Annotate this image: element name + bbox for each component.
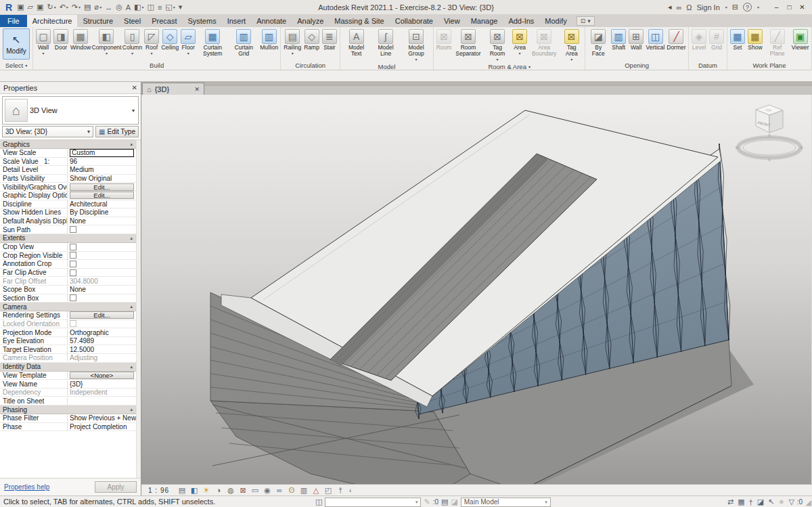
parts-visibility-value[interactable]: Show Original [70,175,112,182]
chevron-up-icon[interactable]: ▴ [130,304,133,309]
roof-button[interactable]: ◸Roof▾ [143,28,160,61]
view-scale-input[interactable]: Custom [70,149,134,157]
viewer-button[interactable]: ▣Viewer [790,28,810,61]
door-button[interactable]: ◨Door [52,28,70,61]
text-button[interactable]: A [125,3,132,12]
properties-header[interactable]: Properties ✕ [0,82,141,94]
worksets-icon[interactable]: ◫ [315,498,322,506]
undo-button[interactable]: ↶▾ [58,3,70,12]
store-cart-icon[interactable]: ⊟ [732,3,738,12]
panel-label-datum[interactable]: Datum [689,61,727,70]
open-button[interactable]: ▱ [26,3,35,12]
customize-qat-button[interactable]: ▾ [177,3,184,12]
save-button[interactable]: ▣ [35,3,45,12]
select-by-face-icon[interactable]: ◪ [757,498,764,506]
phase-filter-value[interactable]: Show Previous + New [70,414,136,422]
tab-precast[interactable]: Precast [146,15,182,27]
column-button[interactable]: ▯Column▾ [122,28,143,61]
switch-windows-button[interactable]: ◱▾ [164,3,176,12]
curtain-system-button[interactable]: ▦Curtain System [197,28,228,61]
tab-collaborate[interactable]: Collaborate [390,15,438,27]
dormer-button[interactable]: ╱Dormer [666,28,687,61]
tab-structure[interactable]: Structure [77,15,118,27]
show-button[interactable]: ▦Show [746,28,764,61]
component-button[interactable]: ◧Component▾ [91,28,122,61]
reveal-constraints-icon[interactable]: † [336,486,345,494]
tab-massing-site[interactable]: Massing & Site [329,15,389,27]
drag-on-selection-icon[interactable]: ↖ [768,498,774,506]
panel-label-circulation[interactable]: Circulation [281,61,340,70]
measure-button[interactable]: ⌀▾ [93,3,104,12]
tag-room-button[interactable]: ⊠Tag Room▾ [484,28,511,63]
chevron-down-icon[interactable]: ▾ [132,108,138,114]
annotation-crop-checkbox[interactable] [70,261,76,267]
tab-analyze[interactable]: Analyze [292,15,329,27]
area-button[interactable]: ⊠Area▾ [511,28,528,63]
collapse-arrow-icon[interactable]: ‹ [349,487,351,494]
sync-button[interactable]: ↻▾ [45,3,57,12]
type-selector[interactable]: ⌂ 3D View ▾ [2,96,139,125]
rendering-dialog-icon[interactable]: ◍ [226,486,235,495]
select-underlay-icon[interactable]: ▦ [738,498,744,506]
chevron-up-icon[interactable]: ▴ [130,141,133,147]
tab-annotate[interactable]: Annotate [251,15,292,27]
crop-region-visible-checkbox[interactable] [70,252,76,259]
minimize-button[interactable]: – [771,3,782,11]
editable-only-icon[interactable]: ✎ [424,498,430,506]
edit-type-button[interactable]: ▦ Edit Type [95,126,139,137]
sun-path-icon[interactable]: ☀ [202,486,211,495]
model-group-button[interactable]: ⊡Model Group▾ [401,28,432,63]
model-text-button[interactable]: AModel Text [342,28,371,63]
close-icon[interactable]: ✕ [194,86,200,93]
tab-systems[interactable]: Systems [182,15,221,27]
displacement-sets-icon[interactable]: ◰ [323,486,333,495]
ramp-button[interactable]: ◇Ramp [302,28,321,61]
far-clip-offset-value[interactable]: 304.8000 [70,278,98,285]
floor-button[interactable]: ▱Floor▾ [179,28,197,61]
tab-insert[interactable]: Insert [222,15,252,27]
close-button[interactable]: ✕ [796,3,808,11]
section-box-checkbox[interactable] [70,294,76,301]
section-extents[interactable]: Extents▴ [0,234,141,243]
default-3d-view-button[interactable]: ◧▾ [133,3,145,12]
section-button[interactable]: ◫ [146,3,156,12]
add-to-set-icon[interactable]: ◪ [451,498,457,506]
crop-view-icon[interactable]: ⊠ [238,486,248,495]
chevron-up-icon[interactable]: ▴ [130,407,133,412]
active-workset-combo[interactable]: ▾ [325,498,421,507]
tag-button[interactable]: ◎ [114,3,124,12]
discipline-value[interactable]: Architectural [70,200,108,208]
visual-style-icon[interactable]: ◧ [189,486,199,495]
panel-label-build[interactable]: Build [33,61,280,70]
view-name-value[interactable]: {3D} [70,380,83,388]
shaft-button[interactable]: ▥Shaft [610,28,627,61]
file-window-button[interactable]: ▣ [16,3,25,12]
collapse-frame-icon[interactable]: ◂ [668,3,672,12]
room-separator-button[interactable]: ⊠Room Separator [453,28,484,63]
filter-icon[interactable]: ▽ [789,498,794,506]
far-clip-active-checkbox[interactable] [70,269,76,276]
select-links-icon[interactable]: ⇄ [727,498,734,506]
visibility-graphics-over-button[interactable]: Edit... [70,183,134,191]
window-button[interactable]: ▦Window [70,28,91,61]
analytical-model-icon[interactable]: △ [311,486,321,495]
target-elevation-value[interactable]: 12.5000 [70,346,94,353]
chevron-up-icon[interactable]: ▴ [130,236,133,241]
panel-label-room-area[interactable]: Room & Area▾ [434,63,585,70]
drawing-area[interactable]: N E S W FRONT TOP [141,95,812,484]
revit-logo[interactable]: R [3,2,15,13]
section-camera[interactable]: Camera▴ [0,303,141,311]
maximize-button[interactable]: □ [784,3,795,11]
stair-button[interactable]: ≣Stair [321,28,338,61]
ceiling-button[interactable]: ◇Ceiling [160,28,179,61]
tab-add-ins[interactable]: Add-Ins [503,15,539,27]
select-dropdown[interactable]: Select▾ [0,61,32,70]
signin-dropdown-icon[interactable]: ▾ [725,5,727,9]
temporary-hide-isolate-icon[interactable]: ∞ [275,486,284,494]
chevron-up-icon[interactable]: ▴ [130,364,133,370]
thin-lines-button[interactable]: ≡ [156,3,163,12]
print-button[interactable]: ▤ [83,3,92,12]
projection-mode-value[interactable]: Orthographic [70,329,109,336]
tab-steel[interactable]: Steel [118,15,146,27]
default-analysis-displa-value[interactable]: None [70,217,86,225]
